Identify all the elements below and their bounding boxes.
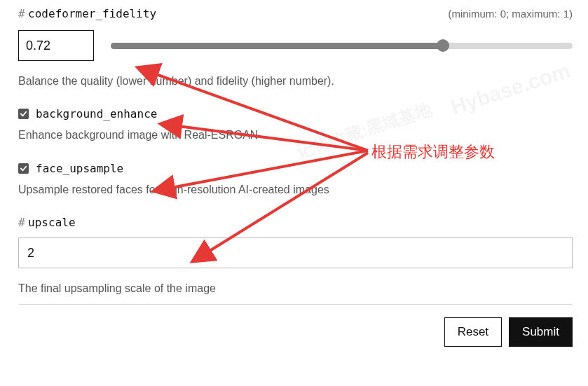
- field-face-upsample: face_upsample: [18, 162, 573, 175]
- face-upsample-desc: Upsample restored faces for high-resolut…: [18, 182, 573, 198]
- upscale-input[interactable]: [18, 237, 573, 268]
- actions-row: Reset Submit: [18, 317, 573, 347]
- background-enhance-checkbox[interactable]: [18, 109, 29, 119]
- codeformer-fidelity-input[interactable]: [18, 30, 94, 61]
- field-label-codeformer-fidelity: codeformer_fidelity: [28, 7, 156, 20]
- field-background-enhance: background_enhance: [18, 107, 573, 120]
- face-upsample-checkbox[interactable]: [18, 163, 29, 174]
- check-icon: [20, 110, 27, 118]
- codeformer-fidelity-desc: Balance the quality (lower number) and f…: [18, 74, 573, 89]
- background-enhance-desc: Enhance background image with Real-ESRGA…: [18, 127, 573, 143]
- reset-button[interactable]: Reset: [444, 317, 502, 347]
- codeformer-fidelity-slider[interactable]: [111, 41, 573, 50]
- slider-thumb[interactable]: [437, 39, 449, 52]
- field-label-face-upsample: face_upsample: [36, 162, 123, 175]
- number-icon: #: [18, 216, 25, 229]
- field-label-background-enhance: background_enhance: [36, 107, 157, 120]
- range-hint: (minimum: 0; maximum: 1): [448, 8, 573, 20]
- submit-button[interactable]: Submit: [509, 317, 573, 347]
- divider: [18, 304, 573, 305]
- upscale-desc: The final upsampling scale of the image: [18, 281, 573, 296]
- annotation-label: 根据需求调整参数: [371, 142, 495, 163]
- field-upscale: # upscale: [18, 216, 573, 268]
- slider-fill: [111, 43, 443, 49]
- check-icon: [20, 165, 27, 172]
- field-codeformer-fidelity: # codeformer_fidelity (minimum: 0; maxim…: [18, 7, 573, 61]
- number-icon: #: [18, 7, 25, 20]
- field-label-upscale: upscale: [28, 216, 75, 229]
